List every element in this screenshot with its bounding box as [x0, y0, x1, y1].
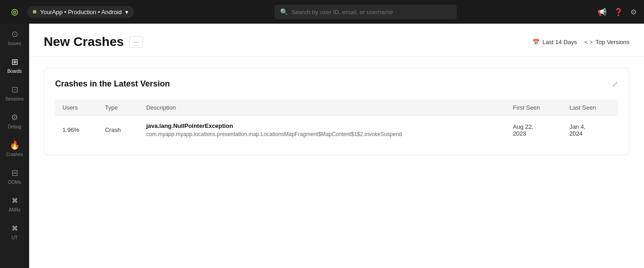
sidebar-label-issues: Issues [8, 41, 21, 46]
sidebar-item-issues[interactable]: ⊙ Issues [0, 24, 29, 51]
search-bar[interactable]: 🔍 [275, 5, 457, 19]
page-title-area: New Crashes ··· [44, 35, 143, 49]
sidebar-item-sessions[interactable]: ⊡ Sessions [0, 79, 29, 107]
app-selector[interactable]: YourApp • Production • Android ▾ [27, 6, 134, 18]
sidebar-item-debug[interactable]: ⚙ Debug [0, 107, 29, 135]
sidebar-item-anrs[interactable]: ✖ ANRs [0, 190, 29, 218]
page-header-right: 📅 Last 14 Days < > Top Versions [532, 39, 629, 46]
sidebar: ⊙ Issues ⊞ Boards ⊡ Sessions ⚙ Debug 🔥 C… [0, 0, 29, 268]
card-title: Crashes in the Latest Version [55, 79, 170, 89]
sidebar-label-boards: Boards [7, 69, 22, 74]
issues-icon: ⊙ [11, 29, 18, 39]
version-filter[interactable]: < > Top Versions [584, 39, 629, 46]
col-description: Description [139, 100, 506, 116]
sidebar-label-ooms: OOMs [8, 180, 21, 185]
topbar: ◎ YourApp • Production • Android ▾ 🔍 📢 ❓… [0, 0, 644, 24]
sidebar-label-ut: UT [11, 235, 17, 240]
crash-stack-desc: com.myapp.myapp.locations.presentation.m… [146, 131, 498, 137]
cell-description: java.lang.NullPointerException com.myapp… [139, 116, 506, 144]
col-users: Users [55, 100, 97, 116]
expand-icon[interactable]: ⤢ [612, 80, 618, 88]
ooms-icon: ⊟ [11, 168, 18, 178]
anrs-icon: ✖ [11, 196, 18, 206]
code-icon: < > [584, 39, 593, 46]
date-filter-label: Last 14 Days [542, 39, 577, 46]
main-content: New Crashes ··· 📅 Last 14 Days < > Top V… [29, 0, 644, 268]
ut-icon: ✖ [11, 223, 18, 233]
col-first-seen: First Seen [506, 100, 562, 116]
more-options-button[interactable]: ··· [129, 36, 143, 48]
app-selector-label: YourApp • Production • Android [40, 9, 122, 15]
col-type: Type [97, 100, 138, 116]
sidebar-item-crashes[interactable]: 🔥 Crashes [0, 135, 29, 162]
settings-icon[interactable]: ⚙ [630, 8, 637, 16]
page-title: New Crashes [44, 35, 124, 49]
page-body: Crashes in the Latest Version ⤢ Users Ty… [29, 57, 644, 166]
cell-last-seen: Jan 4, 2024 [562, 116, 618, 144]
sidebar-label-anrs: ANRs [9, 207, 20, 212]
date-filter[interactable]: 📅 Last 14 Days [532, 39, 577, 46]
version-filter-label: Top Versions [596, 39, 629, 46]
app-logo: ◎ [7, 5, 22, 19]
card-header: Crashes in the Latest Version ⤢ [55, 79, 618, 89]
sidebar-item-ut[interactable]: ✖ UT [0, 218, 29, 246]
boards-icon: ⊞ [11, 57, 18, 67]
notification-icon[interactable]: 📢 [598, 8, 607, 16]
help-icon[interactable]: ❓ [614, 8, 623, 16]
sidebar-item-ooms[interactable]: ⊟ OOMs [0, 162, 29, 190]
search-input[interactable] [291, 9, 451, 15]
search-icon: 🔍 [280, 8, 288, 15]
page-header: New Crashes ··· 📅 Last 14 Days < > Top V… [29, 24, 644, 57]
chevron-down-icon: ▾ [125, 9, 128, 15]
table-row[interactable]: 1.96% Crash java.lang.NullPointerExcepti… [55, 116, 618, 144]
sidebar-label-debug: Debug [8, 124, 21, 129]
cell-users: 1.96% [55, 116, 97, 144]
cell-type: Crash [97, 116, 138, 144]
sidebar-label-crashes: Crashes [6, 152, 23, 157]
debug-icon: ⚙ [11, 112, 18, 122]
topbar-actions: 📢 ❓ ⚙ [598, 8, 637, 16]
col-last-seen: Last Seen [562, 100, 618, 116]
crashes-card: Crashes in the Latest Version ⤢ Users Ty… [44, 68, 629, 155]
app-status-dot [33, 10, 36, 14]
crash-table: Users Type Description First Seen Last S… [55, 100, 618, 144]
sessions-icon: ⊡ [11, 85, 18, 95]
sidebar-label-sessions: Sessions [5, 96, 24, 101]
table-header-row: Users Type Description First Seen Last S… [55, 100, 618, 116]
cell-first-seen: Aug 22, 2023 [506, 116, 562, 144]
calendar-icon: 📅 [532, 39, 540, 46]
crashes-icon: 🔥 [10, 140, 20, 150]
crash-exception-name: java.lang.NullPointerException [146, 122, 498, 129]
sidebar-item-boards[interactable]: ⊞ Boards [0, 51, 29, 79]
